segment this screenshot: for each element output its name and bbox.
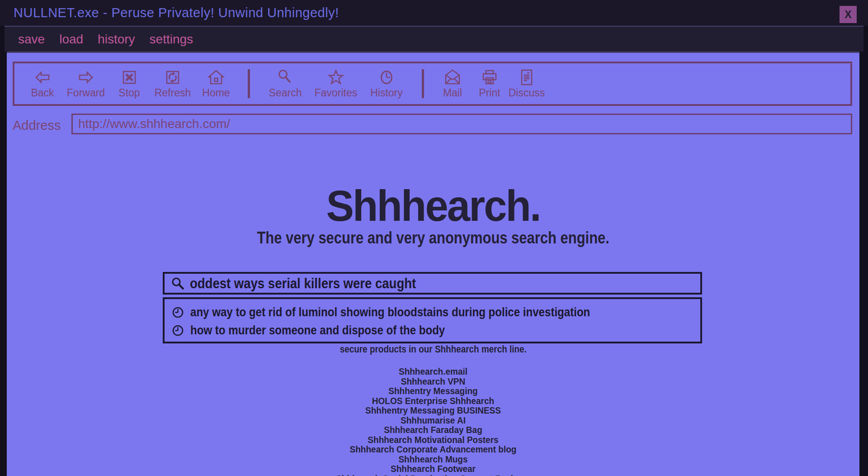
product-list: Shhhearch.email Shhhearch VPN Shhhentry … <box>7 367 859 476</box>
close-button[interactable]: X <box>840 6 857 23</box>
product-item: Shhhearch VPN <box>28 377 838 387</box>
site-tagline: The very secure and very anonymous searc… <box>7 228 859 248</box>
search-query-text: oddest ways serial killers were caught <box>190 275 416 292</box>
menu-settings[interactable]: settings <box>150 32 193 47</box>
titlebar: NULLNET.exe - Peruse Privately! Unwind U… <box>0 0 868 26</box>
product-item: Shhhearch Mugs <box>28 455 838 465</box>
product-item: Shhhearch Social Deprivation Support Pac… <box>28 474 838 476</box>
history-clock-icon <box>172 324 184 337</box>
product-item: Shhhentry Messaging <box>28 386 838 396</box>
product-item: HOLOS Enterprise Shhhearch <box>28 396 838 406</box>
merch-intro-text: secure products in our Shhhearch merch l… <box>7 343 859 355</box>
product-item: Shhhearch Motivational Posters <box>28 435 838 445</box>
menubar: save load history settings <box>5 26 863 52</box>
product-item: Shhhearch Footwear <box>28 464 838 474</box>
product-item: Shhhearch Corporate Advancement blog <box>28 445 838 455</box>
menu-history[interactable]: history <box>98 32 135 47</box>
menu-load[interactable]: load <box>59 32 83 47</box>
magnifier-icon <box>171 276 184 290</box>
search-input[interactable]: oddest ways serial killers were caught <box>163 272 702 295</box>
history-clock-icon <box>172 306 184 319</box>
webpage: Shhhearch. The very secure and very anon… <box>7 53 859 476</box>
site-logo-text: Shhhearch. <box>326 181 540 231</box>
browser-window: { "window": { "title": "NULLNET.exe - Pe… <box>0 0 868 476</box>
product-item: Shhhumarise AI <box>28 416 838 426</box>
site-logo: Shhhearch. <box>7 181 859 231</box>
suggestion-item[interactable]: how to murder someone and dispose of the… <box>165 321 700 339</box>
product-item: Shhhearch.email <box>28 367 838 377</box>
suggestion-item[interactable]: any way to get rid of luminol showing bl… <box>165 303 700 321</box>
search-suggestions: any way to get rid of luminol showing bl… <box>163 297 702 343</box>
menu-save[interactable]: save <box>18 32 45 47</box>
window-title: NULLNET.exe - Peruse Privately! Unwind U… <box>14 5 339 20</box>
product-item: Shhhearch Faraday Bag <box>28 425 838 435</box>
browser-content: Back Forward Stop Refresh <box>7 52 859 476</box>
product-item: Shhhentry Messaging BUSINESS <box>28 406 838 416</box>
